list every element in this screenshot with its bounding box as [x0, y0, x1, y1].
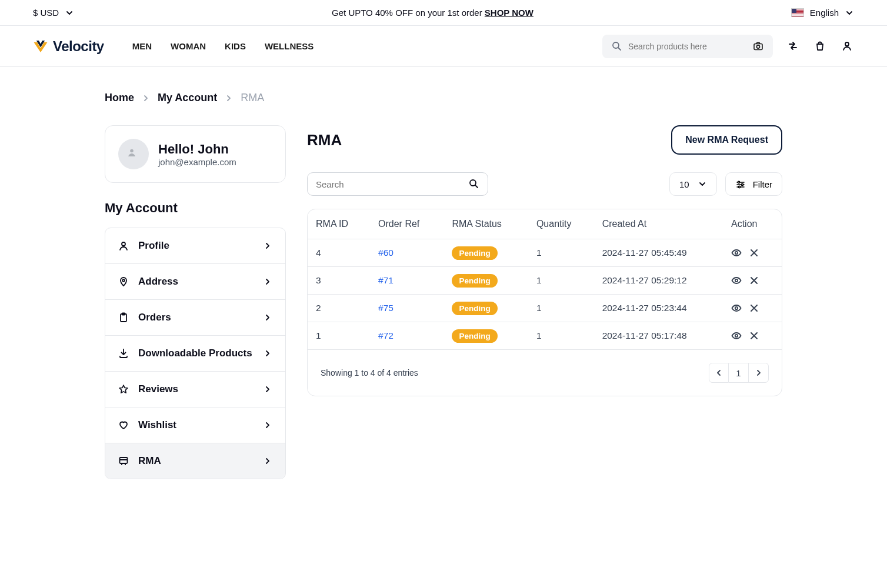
chevron-right-icon [141, 93, 151, 103]
nav-kids[interactable]: KIDS [225, 41, 246, 51]
chevron-right-icon [263, 349, 272, 358]
sidebar-item-wishlist[interactable]: Wishlist [105, 407, 285, 443]
avatar [118, 139, 149, 169]
sidebar-item-reviews[interactable]: Reviews [105, 372, 285, 407]
nav-wellness[interactable]: WELLNESS [265, 41, 314, 51]
chevron-left-icon [714, 368, 723, 377]
promo-banner: Get UPTO 40% OFF on your 1st order SHOP … [332, 8, 533, 18]
page-number[interactable]: 1 [729, 363, 749, 383]
cell-id: 4 [308, 239, 370, 267]
cell-created: 2024-11-27 05:17:48 [594, 322, 723, 350]
rma-icon [118, 456, 129, 466]
cell-qty: 1 [528, 239, 594, 267]
camera-icon[interactable] [753, 41, 763, 52]
cancel-icon[interactable] [749, 248, 759, 258]
language-selector[interactable]: English [791, 8, 854, 18]
cancel-icon[interactable] [749, 303, 759, 313]
sidebar-item-orders[interactable]: Orders [105, 300, 285, 336]
sidebar-item-label: Orders [138, 312, 171, 323]
chevron-right-icon [263, 241, 272, 250]
order-ref-link[interactable]: #71 [378, 275, 394, 285]
filter-button[interactable]: Filter [725, 172, 782, 196]
table-search-input[interactable] [316, 179, 469, 189]
account-button[interactable] [841, 40, 854, 53]
chevron-right-icon [754, 368, 763, 377]
nav-men[interactable]: MEN [132, 41, 152, 51]
user-card: Hello! John john@example.com [105, 125, 286, 183]
user-fill-icon [126, 147, 141, 161]
col-action: Action [723, 209, 782, 239]
order-ref-link[interactable]: #72 [378, 330, 394, 340]
sidebar-item-label: Wishlist [138, 419, 176, 431]
order-ref-link[interactable]: #75 [378, 303, 394, 313]
col-quantity: Quantity [528, 209, 594, 239]
cart-button[interactable] [814, 40, 827, 53]
status-badge: Pending [452, 246, 497, 260]
cell-id: 3 [308, 267, 370, 295]
search-input[interactable] [628, 42, 747, 51]
compare-icon [788, 41, 799, 52]
cell-id: 1 [308, 322, 370, 350]
search-icon [469, 179, 479, 189]
cancel-icon[interactable] [749, 330, 759, 341]
page-title: RMA [307, 131, 342, 149]
breadcrumb-home[interactable]: Home [105, 92, 134, 104]
view-icon[interactable] [731, 275, 742, 286]
currency-selector[interactable]: $ USD [33, 8, 74, 18]
view-icon[interactable] [731, 330, 742, 341]
chevron-right-icon [263, 456, 272, 466]
col-order-ref: Order Ref [370, 209, 443, 239]
per-page-select[interactable]: 10 [669, 172, 717, 196]
status-badge: Pending [452, 329, 497, 343]
logo-text: Velocity [53, 38, 104, 55]
status-badge: Pending [452, 274, 497, 288]
bag-icon [815, 41, 826, 52]
view-icon[interactable] [731, 248, 742, 258]
view-icon[interactable] [731, 303, 742, 313]
compare-button[interactable] [787, 40, 800, 53]
chevron-down-icon [845, 8, 854, 18]
sidebar-item-rma[interactable]: RMA [105, 443, 285, 479]
chevron-right-icon [263, 277, 272, 286]
cancel-icon[interactable] [749, 275, 759, 286]
logo-icon [33, 39, 48, 54]
currency-label: $ USD [33, 8, 59, 18]
cell-qty: 1 [528, 295, 594, 322]
cell-created: 2024-11-27 05:23:44 [594, 295, 723, 322]
order-ref-link[interactable]: #60 [378, 248, 394, 258]
logo[interactable]: Velocity [33, 38, 104, 55]
page-prev[interactable] [709, 363, 729, 383]
sidebar-list: Profile Address Orders [105, 228, 286, 479]
download-icon [118, 348, 129, 359]
chevron-right-icon [263, 385, 272, 394]
chevron-down-icon [65, 8, 74, 18]
sidebar-item-address[interactable]: Address [105, 264, 285, 300]
promo-text: Get UPTO 40% OFF on your 1st order [332, 8, 485, 18]
sidebar-item-downloads[interactable]: Downloadable Products [105, 336, 285, 372]
cell-created: 2024-11-27 05:45:49 [594, 239, 723, 267]
flag-icon [791, 8, 804, 17]
shop-now-link[interactable]: SHOP NOW [485, 8, 533, 18]
cell-created: 2024-11-27 05:29:12 [594, 267, 723, 295]
table-row: 3 #71 Pending 1 2024-11-27 05:29:12 [308, 267, 782, 295]
breadcrumb-account[interactable]: My Account [158, 92, 217, 104]
sidebar-item-profile[interactable]: Profile [105, 228, 285, 264]
new-rma-button[interactable]: New RMA Request [671, 125, 782, 155]
page-next[interactable] [749, 363, 769, 383]
table-search[interactable] [307, 172, 488, 196]
global-search[interactable] [602, 35, 773, 58]
search-icon [612, 41, 622, 52]
pin-icon [118, 276, 129, 287]
chevron-right-icon [263, 313, 272, 322]
per-page-value: 10 [679, 179, 689, 189]
rma-table: RMA ID Order Ref RMA Status Quantity Cre… [308, 209, 782, 349]
col-status: RMA Status [443, 209, 528, 239]
col-created: Created At [594, 209, 723, 239]
nav-woman[interactable]: WOMAN [171, 41, 206, 51]
heart-icon [118, 420, 129, 430]
sidebar-item-label: Downloadable Products [138, 348, 252, 359]
status-badge: Pending [452, 302, 497, 315]
user-icon [842, 41, 853, 52]
cell-qty: 1 [528, 322, 594, 350]
user-greeting: Hello! John [158, 142, 236, 157]
